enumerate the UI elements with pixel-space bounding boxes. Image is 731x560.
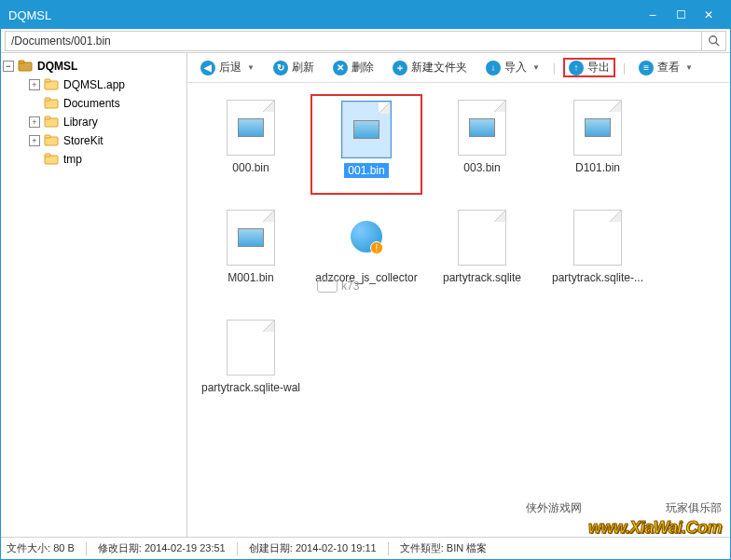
- back-button[interactable]: ◀后退▼: [195, 58, 260, 77]
- type-label: 文件類型:: [400, 542, 444, 553]
- minimize-button[interactable]: –: [639, 6, 667, 24]
- import-button[interactable]: ↓导入▼: [480, 58, 545, 77]
- file-item[interactable]: 003.bin: [426, 94, 538, 195]
- file-thumb: [227, 100, 275, 156]
- expand-icon[interactable]: +: [29, 116, 40, 128]
- view-button[interactable]: ≡查看▼: [633, 58, 698, 77]
- file-label: 003.bin: [463, 161, 500, 174]
- refresh-button[interactable]: ↻刷新: [268, 58, 320, 77]
- image-icon: [238, 228, 264, 247]
- svg-line-1: [715, 42, 719, 46]
- refresh-icon: ↻: [273, 61, 288, 75]
- sidebar: − DQMSL +DQMSL.appDocuments+Library+Stor…: [1, 53, 187, 537]
- file-label: partytrack.sqlite-wal: [201, 381, 300, 394]
- spacer: [29, 154, 40, 165]
- newfolder-button[interactable]: ＋新建文件夹: [387, 58, 473, 77]
- file-label: adzcore_js_collector: [315, 271, 417, 284]
- tree-item-library[interactable]: +Library: [29, 113, 185, 131]
- window-title: DQMSL: [8, 8, 639, 22]
- tree-root[interactable]: − DQMSL: [3, 57, 185, 75]
- tree-item-storekit[interactable]: +StoreKit: [29, 131, 185, 150]
- svg-rect-13: [45, 154, 50, 157]
- delete-button[interactable]: ✕删除: [327, 58, 379, 77]
- size-value: 80 B: [53, 542, 75, 553]
- svg-point-0: [709, 35, 716, 43]
- file-thumb: [227, 320, 275, 376]
- tree-item-label: DQMSL.app: [63, 78, 125, 91]
- svg-rect-5: [45, 79, 50, 82]
- modify-value: 2014-02-19 23:51: [145, 542, 226, 553]
- path-bar: [1, 29, 730, 53]
- tree-item-dqmsl-app[interactable]: +DQMSL.app: [29, 75, 185, 94]
- file-thumb: [458, 100, 506, 156]
- file-label: partytrack.sqlite-...: [552, 271, 643, 284]
- file-item[interactable]: partytrack.sqlite-...: [542, 204, 654, 305]
- file-label: D101.bin: [575, 161, 620, 174]
- type-value: BIN 檔案: [447, 542, 487, 553]
- expand-icon[interactable]: +: [29, 135, 40, 146]
- tree-item-tmp[interactable]: tmp: [29, 150, 185, 169]
- file-label: M001.bin: [228, 271, 273, 284]
- tree-item-label: tmp: [63, 153, 82, 166]
- file-label: 001.bin: [344, 163, 388, 178]
- folder-icon: [44, 78, 59, 91]
- file-item[interactable]: D101.bin: [542, 94, 654, 195]
- import-icon: ↓: [486, 61, 501, 75]
- file-label: 000.bin: [232, 161, 269, 174]
- search-icon: [708, 34, 721, 48]
- spacer: [29, 98, 40, 109]
- folder-icon: [44, 97, 59, 110]
- close-button[interactable]: ✕: [695, 6, 723, 24]
- image-icon: [353, 120, 379, 139]
- create-label: 创建日期:: [249, 542, 293, 553]
- app-icon: !: [348, 219, 385, 256]
- tree-item-documents[interactable]: Documents: [29, 94, 185, 113]
- svg-rect-7: [45, 98, 50, 101]
- tree-item-label: Documents: [63, 97, 120, 110]
- file-label: partytrack.sqlite: [443, 271, 521, 284]
- file-thumb: [458, 210, 506, 266]
- chevron-down-icon: ▼: [685, 63, 693, 72]
- modify-label: 修改日期:: [98, 542, 142, 553]
- search-button[interactable]: [702, 31, 726, 51]
- file-item[interactable]: partytrack.sqlite-wal: [195, 314, 307, 415]
- file-item[interactable]: M001.bin: [195, 204, 307, 305]
- svg-rect-9: [45, 116, 50, 119]
- file-item[interactable]: 000.bin: [195, 94, 307, 195]
- file-thumb: [342, 102, 391, 157]
- toolbar: ◀后退▼ ↻刷新 ✕删除 ＋新建文件夹 ↓导入▼ | ↑导出 | ≡查看▼: [187, 53, 730, 83]
- image-icon: [238, 118, 264, 137]
- expand-icon[interactable]: +: [29, 79, 40, 90]
- file-thumb: [227, 210, 275, 266]
- file-item[interactable]: 001.bin: [310, 94, 422, 195]
- export-icon: ↑: [569, 61, 584, 75]
- file-grid: 000.bin001.bin003.binD101.binM001.bin!ad…: [187, 83, 730, 537]
- file-item[interactable]: partytrack.sqlite: [426, 204, 538, 305]
- folder-icon: [44, 116, 59, 129]
- file-item[interactable]: !adzcore_js_collector: [310, 204, 422, 305]
- statusbar: 文件大小: 80 B 修改日期: 2014-02-19 23:51 创建日期: …: [1, 537, 730, 559]
- collapse-icon[interactable]: −: [3, 61, 14, 72]
- chevron-down-icon: ▼: [532, 63, 540, 72]
- image-icon: [469, 118, 495, 137]
- maximize-button[interactable]: ☐: [667, 6, 695, 24]
- tree-item-label: Library: [63, 116, 98, 129]
- svg-rect-11: [45, 135, 50, 138]
- delete-icon: ✕: [333, 61, 348, 75]
- tree-item-label: StoreKit: [63, 134, 103, 147]
- export-button[interactable]: ↑导出: [563, 58, 615, 77]
- image-icon: [585, 118, 611, 137]
- titlebar: DQMSL – ☐ ✕: [1, 1, 730, 29]
- view-icon: ≡: [639, 61, 654, 75]
- file-thumb: [573, 210, 622, 266]
- back-icon: ◀: [200, 61, 215, 75]
- disk-icon: [18, 60, 33, 73]
- file-thumb: !: [342, 210, 391, 266]
- tree-root-label: DQMSL: [37, 60, 77, 73]
- newfolder-icon: ＋: [393, 61, 407, 75]
- create-value: 2014-02-10 19:11: [296, 542, 377, 553]
- folder-icon: [44, 153, 59, 166]
- chevron-down-icon: ▼: [247, 63, 255, 72]
- size-label: 文件大小:: [7, 542, 50, 553]
- path-input[interactable]: [5, 31, 702, 51]
